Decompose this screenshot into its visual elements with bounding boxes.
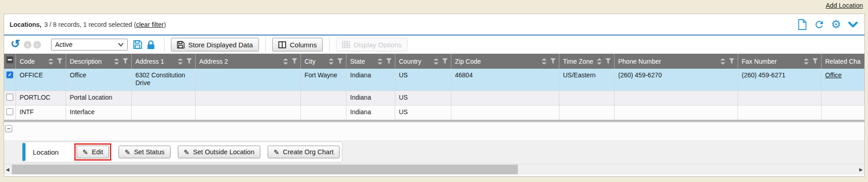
action-button-label: Edit bbox=[92, 148, 103, 156]
filter-icon[interactable] bbox=[550, 58, 556, 64]
sort-icon[interactable] bbox=[434, 58, 439, 65]
row-checkbox[interactable] bbox=[6, 94, 13, 101]
horizontal-scrollbar[interactable]: ◀ ▶ bbox=[4, 164, 864, 175]
table-cell bbox=[615, 91, 738, 105]
sort-icon[interactable] bbox=[720, 58, 725, 65]
set-status-button[interactable]: ✎ Set Status bbox=[119, 146, 170, 158]
toolbar-separator bbox=[329, 37, 330, 52]
table-cell: Indiana bbox=[346, 106, 395, 120]
sort-icon[interactable] bbox=[542, 58, 547, 65]
row-checkbox[interactable] bbox=[6, 108, 13, 115]
grid-toolbar: ↺ ‹ › Active bbox=[4, 35, 864, 54]
gear-icon[interactable]: ⚙ bbox=[830, 19, 842, 30]
scroll-thumb[interactable] bbox=[12, 165, 518, 174]
sort-icon[interactable] bbox=[48, 58, 53, 65]
action-area: Location ✎ Edit ✎ Set Status ✎ Set Outsi… bbox=[4, 140, 864, 164]
filter-icon[interactable] bbox=[337, 58, 343, 64]
filter-icon[interactable] bbox=[291, 58, 298, 64]
table-cell bbox=[301, 106, 346, 120]
set-outside-location-button[interactable]: ✎ Set Outside Location bbox=[178, 146, 260, 158]
column-header[interactable]: City bbox=[301, 54, 346, 69]
table-cell bbox=[822, 91, 864, 105]
table-row[interactable]: OFFICEOffice6302 Constitution DriveFort … bbox=[4, 69, 864, 91]
filter-icon[interactable] bbox=[812, 58, 818, 64]
table-cell: Office bbox=[822, 69, 864, 91]
next-record-button[interactable]: › bbox=[33, 41, 41, 49]
column-header[interactable]: Related Cha bbox=[822, 54, 864, 69]
columns-button[interactable]: Columns bbox=[272, 38, 323, 51]
table-cell bbox=[615, 106, 738, 120]
select-all-checkbox[interactable] bbox=[6, 56, 13, 63]
column-header[interactable]: Time Zone bbox=[559, 54, 615, 69]
column-header[interactable]: Address 2 bbox=[196, 54, 301, 69]
column-header-label: City bbox=[305, 58, 326, 65]
table-cell bbox=[132, 106, 196, 120]
view-filter-select[interactable]: Active bbox=[51, 39, 128, 51]
pencil-icon: ✎ bbox=[184, 149, 190, 156]
chevron-down-icon[interactable] bbox=[847, 19, 859, 30]
lock-icon[interactable] bbox=[147, 40, 155, 50]
filter-icon[interactable] bbox=[386, 58, 392, 64]
table-cell bbox=[132, 91, 196, 105]
sort-icon[interactable] bbox=[804, 58, 809, 65]
column-header-label: Related Cha bbox=[825, 58, 864, 65]
sort-icon[interactable] bbox=[114, 58, 119, 65]
sort-icon[interactable] bbox=[178, 58, 183, 65]
scroll-left-button[interactable]: ◀ bbox=[4, 164, 11, 175]
column-header-label: Phone Number bbox=[618, 58, 718, 65]
table-row[interactable]: INTFInterfaceIndianaUS bbox=[4, 106, 864, 120]
row-checkbox-cell bbox=[4, 91, 16, 105]
scroll-track[interactable] bbox=[11, 164, 858, 175]
clear-filter-link[interactable]: clear filter bbox=[136, 21, 164, 28]
sort-icon[interactable] bbox=[597, 58, 602, 65]
sort-icon[interactable] bbox=[329, 58, 334, 65]
column-header[interactable]: Description bbox=[66, 54, 132, 69]
filter-icon[interactable] bbox=[442, 58, 448, 64]
table-cell bbox=[196, 91, 301, 105]
panel-title-name: Locations, bbox=[10, 21, 41, 28]
save-view-icon[interactable] bbox=[133, 40, 142, 49]
column-header[interactable]: State bbox=[346, 54, 395, 69]
select-all-cell bbox=[4, 54, 16, 69]
filter-icon[interactable] bbox=[122, 58, 129, 64]
column-header[interactable]: Phone Number bbox=[615, 54, 738, 69]
table-row[interactable]: PORTLOCPortal LocationIndianaUS bbox=[4, 91, 864, 106]
filter-icon[interactable] bbox=[728, 58, 735, 64]
sort-icon[interactable] bbox=[283, 58, 288, 65]
collapse-button[interactable]: − bbox=[5, 125, 12, 132]
new-record-icon[interactable] bbox=[796, 19, 808, 30]
page-top-strip: Add Location bbox=[0, 0, 868, 14]
column-header[interactable]: Country bbox=[395, 54, 451, 69]
view-filter-value: Active bbox=[55, 41, 118, 48]
table-cell bbox=[822, 106, 864, 120]
refresh-icon[interactable] bbox=[813, 19, 825, 30]
column-header[interactable]: Code bbox=[16, 54, 66, 69]
column-header[interactable]: Fax Number bbox=[738, 54, 822, 69]
add-location-link[interactable]: Add Location bbox=[826, 2, 863, 9]
store-displayed-data-button[interactable]: Store Displayed Data bbox=[171, 38, 259, 51]
panel-title: Locations, 3 / 8 records, 1 record selec… bbox=[10, 21, 166, 28]
scroll-right-button[interactable]: ▶ bbox=[858, 164, 864, 175]
column-header-label: Country bbox=[399, 58, 431, 65]
locations-panel: Locations, 3 / 8 records, 1 record selec… bbox=[4, 14, 865, 177]
column-header[interactable]: Zip Code bbox=[451, 54, 559, 69]
table-cell: US bbox=[395, 91, 451, 105]
edit-button[interactable]: ✎ Edit bbox=[77, 146, 109, 158]
pencil-icon: ✎ bbox=[83, 149, 88, 156]
filter-icon[interactable] bbox=[605, 58, 611, 64]
row-checkbox[interactable] bbox=[6, 71, 13, 78]
filter-icon[interactable] bbox=[57, 58, 63, 64]
column-header-label: Fax Number bbox=[742, 58, 801, 65]
previous-record-button[interactable]: ‹ bbox=[24, 41, 31, 49]
column-header-label: Time Zone bbox=[563, 58, 594, 65]
table-cell: Fort Wayne bbox=[301, 69, 346, 91]
filter-icon[interactable] bbox=[186, 58, 192, 64]
reset-icon[interactable]: ↺ bbox=[10, 39, 20, 49]
column-header-label: Code bbox=[20, 58, 46, 65]
related-chart-link[interactable]: Office bbox=[825, 71, 842, 79]
table-cell: 6302 Constitution Drive bbox=[132, 69, 196, 91]
sort-icon[interactable] bbox=[377, 58, 382, 65]
create-org-chart-button[interactable]: ✎ Create Org Chart bbox=[268, 146, 340, 158]
column-header[interactable]: Address 1 bbox=[132, 54, 196, 69]
table-cell: PORTLOC bbox=[16, 91, 66, 105]
